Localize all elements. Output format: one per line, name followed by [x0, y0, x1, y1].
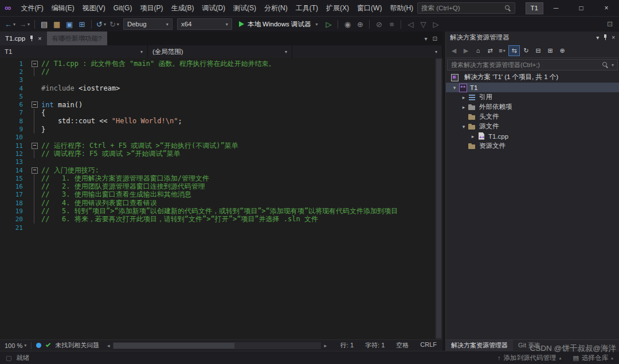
column-indicator[interactable]: 字符: 1 — [359, 341, 390, 350]
menu-item[interactable]: 扩展(X) — [322, 2, 353, 14]
vertical-scrollbar-thumb[interactable] — [436, 59, 441, 338]
close-button[interactable]: × — [594, 0, 619, 16]
fold-toggle-icon[interactable] — [30, 166, 39, 174]
tree-expand-icon[interactable]: ▸ — [469, 134, 477, 139]
scroll-left-icon[interactable]: ◂ — [104, 343, 113, 349]
menu-item[interactable]: 帮助(H) — [386, 2, 417, 14]
panel-title-bar[interactable]: 解决方案资源管理器 ▾ × — [446, 32, 619, 44]
command-window-icon[interactable]: ≡ — [386, 18, 397, 30]
menu-item[interactable]: 视图(V) — [79, 2, 109, 14]
platform-combo[interactable]: x64 — [177, 18, 232, 30]
save-icon[interactable]: ▣ — [64, 18, 75, 30]
window-position-icon[interactable]: ▾ — [596, 35, 599, 41]
close-tab-icon[interactable]: × — [38, 36, 41, 42]
line-number: 21 — [0, 224, 30, 232]
start-without-debugging-icon[interactable]: ▷ — [323, 18, 334, 30]
menu-item[interactable]: 窗口(W) — [353, 2, 386, 14]
tree-item[interactable]: 资源文件 — [446, 141, 619, 151]
tree-item[interactable]: ▾T1 — [446, 83, 619, 92]
collapse-all-icon[interactable]: ⊟ — [532, 45, 544, 56]
bookmark-icon[interactable]: ▽ — [417, 18, 429, 30]
menu-item[interactable]: 生成(B) — [167, 2, 198, 14]
menu-item[interactable]: 项目(P) — [136, 2, 167, 14]
bookmark-prev-icon[interactable]: ◁ — [405, 18, 416, 30]
code-line: 4#include <iostream> — [0, 84, 435, 92]
tree-item[interactable]: ▾源文件 — [446, 122, 619, 131]
forward-icon[interactable]: ▶ — [460, 45, 472, 56]
feedback-icon[interactable]: ⊡ — [604, 18, 616, 30]
scope-dropdown[interactable]: (全局范围) — [148, 45, 292, 58]
fold-toggle-icon[interactable] — [30, 60, 39, 68]
menu-item[interactable]: 编辑(E) — [48, 2, 79, 14]
menu-item[interactable]: 分析(N) — [260, 2, 292, 14]
undo-icon[interactable]: ↺ — [95, 18, 107, 30]
new-file-icon[interactable]: ▤ — [38, 18, 50, 30]
configuration-combo[interactable]: Debug — [123, 18, 173, 30]
context-dropdown[interactable]: T1 — [0, 45, 148, 58]
solution-root-item[interactable]: 解决方案 'T1' (1 个项目, 共 1 个) — [446, 72, 619, 83]
menu-item[interactable]: 文件(F) — [17, 2, 47, 14]
menu-item[interactable]: 调试(D) — [198, 2, 229, 14]
tree-expand-icon[interactable]: ▸ — [460, 104, 468, 110]
find-in-files-icon[interactable]: ⊘ — [373, 18, 385, 30]
scroll-right-icon[interactable]: ▸ — [321, 343, 330, 349]
bookmark-next-icon[interactable]: ▷ — [430, 18, 441, 30]
horizontal-scrollbar-thumb[interactable] — [113, 343, 234, 349]
notifications-icon[interactable]: ▢ — [6, 354, 11, 362]
minimize-button[interactable]: ─ — [543, 0, 569, 16]
member-dropdown[interactable] — [292, 45, 442, 58]
start-debugging-button[interactable]: 本地 Windows 调试器 — [235, 18, 322, 30]
menu-item[interactable]: 测试(S) — [229, 2, 260, 14]
quick-search-box[interactable]: 搜索 (Ctrl+Q) — [417, 2, 515, 14]
nav-back-icon[interactable]: ← — [3, 18, 17, 30]
redo-icon[interactable]: ↻ — [108, 18, 120, 30]
sync-with-active-document-icon[interactable]: ⇆ — [508, 45, 520, 56]
editor-tab[interactable]: T1.cpp× — [0, 32, 47, 45]
line-ending-indicator[interactable]: CRLF — [414, 341, 442, 350]
menu-item[interactable]: 工具(T) — [292, 2, 322, 14]
select-repository-button[interactable]: ▤选择仓库▴ — [573, 354, 613, 362]
zoom-control[interactable]: 100 % — [5, 342, 26, 349]
solution-search-box[interactable]: 搜索解决方案资源管理器(Ctrl+;) — [447, 59, 618, 71]
tree-item[interactable]: ▸引用 — [446, 92, 619, 102]
horizontal-scrollbar[interactable]: ◂ ▸ — [104, 340, 330, 351]
pin-icon[interactable] — [602, 34, 608, 41]
tree-item[interactable]: 头文件 — [446, 112, 619, 122]
tree-item[interactable]: ▸外部依赖项 — [446, 102, 619, 112]
editor-options-icon[interactable]: ⊡ — [433, 36, 437, 42]
profiler-icon[interactable]: ◉ — [342, 18, 353, 30]
fold-toggle-icon[interactable] — [30, 142, 39, 150]
panel-tab[interactable]: 解决方案资源管理器 — [446, 340, 513, 351]
vertical-scrollbar[interactable] — [435, 58, 442, 339]
menu-item[interactable]: Git(G) — [109, 2, 136, 14]
maximize-button[interactable]: □ — [569, 0, 594, 16]
pin-icon[interactable] — [29, 36, 34, 42]
add-to-source-control-button[interactable]: ↑添加到源代码管理▴ — [497, 354, 562, 362]
horizontal-scrollbar-track[interactable] — [113, 342, 321, 349]
fold-toggle-icon[interactable] — [30, 100, 39, 108]
nav-forward-icon[interactable]: → — [18, 18, 31, 30]
code-editor[interactable]: 1// T1.cpp : 此文件包含 "main" 函数。程序执行将在此处开始并… — [0, 58, 442, 339]
home-icon[interactable]: ⌂ — [472, 45, 484, 56]
open-file-icon[interactable]: ▦ — [51, 18, 62, 30]
spaces-indicator[interactable]: 空格 — [390, 341, 414, 350]
tree-item[interactable]: ▸T1.cpp — [446, 131, 619, 141]
switch-views-icon[interactable]: ⇄ — [484, 45, 496, 56]
document-health-icon[interactable] — [36, 343, 41, 348]
tree-expand-icon[interactable]: ▾ — [460, 124, 468, 130]
close-panel-icon[interactable]: × — [612, 35, 615, 41]
pending-changes-filter-icon[interactable]: ≡ — [496, 45, 508, 56]
properties-icon[interactable]: ⊕ — [557, 45, 568, 56]
refresh-icon[interactable]: ↻ — [520, 45, 532, 56]
editor-tab[interactable]: 有哪些新增功能? — [47, 32, 107, 45]
attach-to-process-icon[interactable]: ⊕ — [354, 18, 366, 30]
tree-expand-icon[interactable]: ▸ — [460, 95, 468, 100]
code-line: 6int main() — [0, 100, 435, 108]
back-icon[interactable]: ◀ — [448, 45, 460, 56]
line-indicator[interactable]: 行: 1 — [335, 341, 359, 350]
save-all-icon[interactable]: ⊞ — [76, 18, 88, 30]
show-all-files-icon[interactable]: ⊞ — [544, 45, 556, 56]
tab-list-icon[interactable]: ▾ — [425, 36, 428, 42]
tab-label: T1.cpp — [5, 35, 25, 42]
tree-expand-icon[interactable]: ▾ — [450, 85, 459, 91]
